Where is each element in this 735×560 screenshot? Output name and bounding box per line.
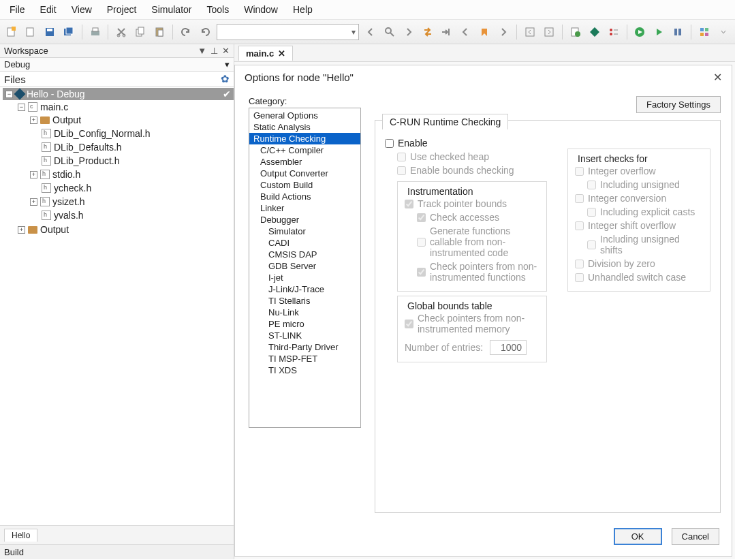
check-ptr-mem-checkbox[interactable]: Check pointers from non-instrumented mem…: [405, 311, 539, 336]
category-item[interactable]: Output Converter: [249, 168, 360, 179]
category-item[interactable]: Simulator: [249, 225, 360, 237]
incl-unsigned-checkbox[interactable]: Including unsigned: [587, 178, 703, 191]
print-icon[interactable]: [88, 25, 103, 40]
debug-no-download-icon[interactable]: [651, 25, 666, 40]
menu-simulator[interactable]: Simulator: [148, 3, 194, 16]
enable-bounds-checkbox[interactable]: Enable bounds checking: [397, 164, 547, 177]
category-item[interactable]: TI Stellaris: [249, 295, 360, 307]
menu-help[interactable]: Help: [290, 3, 315, 16]
save-all-icon[interactable]: [61, 25, 76, 40]
cancel-button[interactable]: Cancel: [672, 528, 719, 545]
goto-icon[interactable]: [439, 25, 454, 40]
panel-pin-icon[interactable]: ⊥: [210, 46, 218, 56]
incl-explicit-checkbox[interactable]: Including explicit casts: [587, 205, 703, 219]
category-item[interactable]: I-jet: [249, 272, 360, 283]
enable-checkbox[interactable]: Enable: [385, 136, 547, 150]
check-accesses-checkbox[interactable]: Check accesses: [417, 211, 539, 224]
redo-icon[interactable]: [198, 25, 213, 40]
project-node[interactable]: − Hello - Debug ✔: [3, 88, 234, 100]
nav-right-icon[interactable]: [542, 25, 557, 40]
tree-item-stdio[interactable]: +stdio.h: [27, 168, 234, 181]
int-conversion-checkbox[interactable]: Integer conversion: [575, 191, 703, 205]
make-icon[interactable]: [587, 25, 602, 40]
track-pointer-checkbox[interactable]: Track pointer bounds: [405, 197, 539, 211]
category-item[interactable]: Custom Build: [249, 179, 360, 191]
cut-icon[interactable]: [114, 25, 129, 40]
panel-close-icon[interactable]: ✕: [222, 46, 230, 56]
dropdown-icon[interactable]: [716, 25, 731, 40]
tree-item-output2[interactable]: +Output: [15, 223, 234, 236]
category-item[interactable]: TI XDS: [249, 364, 360, 376]
tree-item-output1[interactable]: +Output: [27, 114, 234, 126]
search-combo[interactable]: ▾: [217, 24, 359, 40]
int-overflow-checkbox[interactable]: Integer overflow: [575, 164, 703, 178]
use-checked-heap-checkbox[interactable]: Use checked heap: [397, 150, 547, 164]
tree-item-ysizet[interactable]: +ysizet.h: [27, 196, 234, 208]
save-icon[interactable]: [42, 25, 57, 40]
new-file-icon[interactable]: [4, 25, 19, 40]
menu-view[interactable]: View: [69, 3, 95, 16]
int-shift-checkbox[interactable]: Integer shift overflow: [575, 219, 703, 232]
category-item[interactable]: Debugger: [249, 214, 360, 225]
collapse-icon[interactable]: −: [5, 91, 13, 98]
category-item[interactable]: Build Actions: [249, 191, 360, 202]
category-item[interactable]: Third-Party Driver: [249, 341, 360, 353]
dialog-close-icon[interactable]: ✕: [713, 71, 722, 84]
options-tab[interactable]: C-RUN Runtime Checking: [382, 114, 508, 129]
tree-item-mainc[interactable]: −main.c: [15, 101, 234, 113]
tree-item-dlibcfg[interactable]: DLib_Config_Normal.h: [27, 127, 234, 140]
panel-dropdown-icon[interactable]: ▼: [198, 46, 206, 56]
ok-button[interactable]: OK: [614, 528, 662, 545]
layout-icon[interactable]: [697, 25, 712, 40]
nav-fwd-icon[interactable]: [401, 25, 416, 40]
tree-item-dlibprod[interactable]: DLib_Product.h: [27, 155, 234, 167]
menu-edit[interactable]: Edit: [37, 3, 59, 16]
incl-unsigned-shift-checkbox[interactable]: Including unsigned shifts: [587, 232, 703, 257]
category-item[interactable]: C/C++ Compiler: [249, 144, 360, 156]
category-item[interactable]: Assembler: [249, 156, 360, 168]
bookmark-icon[interactable]: [477, 25, 492, 40]
config-combo[interactable]: Debug ▾: [0, 58, 234, 72]
gen-functions-checkbox[interactable]: Generate functions callable from non-ins…: [417, 224, 539, 260]
prev-bookmark-icon[interactable]: [458, 25, 473, 40]
category-item[interactable]: J-Link/J-Trace: [249, 283, 360, 295]
find-icon[interactable]: [382, 25, 397, 40]
menu-tools[interactable]: Tools: [204, 3, 232, 16]
download-debug-icon[interactable]: [633, 25, 648, 40]
menu-file[interactable]: File: [7, 3, 28, 16]
tab-close-icon[interactable]: ✕: [278, 48, 285, 59]
files-settings-icon[interactable]: ✿: [221, 73, 230, 85]
next-bookmark-icon[interactable]: [496, 25, 511, 40]
paste-icon[interactable]: [152, 25, 167, 40]
workspace-tab[interactable]: Hello: [4, 529, 37, 542]
category-item[interactable]: PE micro: [249, 318, 360, 330]
tree-item-yvals[interactable]: yvals.h: [27, 209, 234, 221]
unhandled-switch-checkbox[interactable]: Unhandled switch case: [575, 270, 703, 284]
copy-icon[interactable]: [133, 25, 148, 40]
factory-settings-button[interactable]: Factory Settings: [636, 96, 721, 113]
check-ptr-noninstr-checkbox[interactable]: Check pointers from non-instrumented fun…: [417, 260, 539, 284]
tree-item-dlibdef[interactable]: DLib_Defaults.h: [27, 141, 234, 153]
stop-debug-icon[interactable]: [670, 25, 685, 40]
tree-item-ycheck[interactable]: ycheck.h: [27, 182, 234, 194]
category-item[interactable]: TI MSP-FET: [249, 353, 360, 364]
replace-icon[interactable]: [420, 25, 435, 40]
compile-icon[interactable]: [568, 25, 583, 40]
category-item[interactable]: ST-LINK: [249, 330, 360, 341]
category-item[interactable]: General Options: [249, 110, 360, 121]
category-item[interactable]: Runtime Checking: [249, 133, 360, 144]
toggle-bp-icon[interactable]: [606, 25, 621, 40]
nav-back-icon[interactable]: [363, 25, 378, 40]
category-item[interactable]: CMSIS DAP: [249, 249, 360, 260]
category-list[interactable]: General OptionsStatic AnalysisRuntime Ch…: [249, 108, 361, 428]
category-item[interactable]: Static Analysis: [249, 121, 360, 133]
undo-icon[interactable]: [178, 25, 193, 40]
div-zero-checkbox[interactable]: Division by zero: [575, 257, 703, 270]
menu-window[interactable]: Window: [241, 3, 281, 16]
category-item[interactable]: GDB Server: [249, 260, 360, 272]
category-item[interactable]: Nu-Link: [249, 307, 360, 318]
nav-left-icon[interactable]: [522, 25, 537, 40]
editor-tab-mainc[interactable]: main.c ✕: [238, 46, 293, 61]
open-file-icon[interactable]: [23, 25, 38, 40]
num-entries-input[interactable]: 1000: [490, 340, 527, 355]
